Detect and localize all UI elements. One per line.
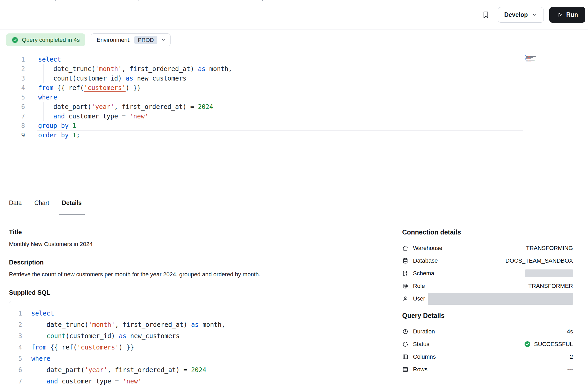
top-tab-strip bbox=[0, 0, 588, 1]
code-line-6[interactable]: 6 date_part('year', first_ordered_at) = … bbox=[0, 102, 588, 112]
query-status-text: Query completed in 4s bbox=[22, 37, 80, 43]
detail-row-schema: Schema bbox=[402, 267, 573, 280]
code-text: date_trunc('month', first_ordered_at) as… bbox=[25, 64, 232, 74]
connection-details-rows: WarehouseTRANSFORMINGDatabaseDOCS_TEAM_S… bbox=[402, 242, 573, 305]
result-tabs: DataChartDetails bbox=[0, 191, 588, 215]
code-line-6[interactable]: 6 date_part('year', first_ordered_at) = … bbox=[9, 364, 379, 376]
detail-value: DOCS_TEAM_SANDBOX bbox=[505, 257, 573, 264]
code-line-4[interactable]: 4from {{ ref('customers') }} bbox=[0, 83, 588, 93]
line-number: 7 bbox=[0, 112, 25, 121]
code-text: where bbox=[25, 93, 57, 102]
code-line-5[interactable]: 5where bbox=[0, 93, 588, 102]
redacted-value bbox=[428, 293, 573, 305]
detail-label: Columns bbox=[413, 353, 570, 360]
detail-row-role: RoleTRANSFORMER bbox=[402, 280, 573, 292]
detail-label: Duration bbox=[413, 328, 567, 335]
run-label: Run bbox=[566, 11, 578, 18]
bookmark-button[interactable] bbox=[480, 9, 492, 21]
status-icon bbox=[402, 341, 408, 347]
develop-label: Develop bbox=[504, 11, 528, 18]
description-value: Retrieve the count of new customers per … bbox=[9, 271, 379, 278]
duration-icon bbox=[402, 328, 408, 335]
play-icon bbox=[557, 12, 563, 18]
code-line-4[interactable]: 4from {{ ref('customers') }} bbox=[9, 342, 379, 353]
code-text: date_part('year', first_ordered_at) = 20… bbox=[25, 102, 213, 112]
line-number: 4 bbox=[0, 83, 25, 93]
sql-editor[interactable]: 1select2 date_trunc('month', first_order… bbox=[0, 51, 588, 191]
redacted-value bbox=[525, 269, 573, 277]
details-sidebar: Connection details WarehouseTRANSFORMING… bbox=[390, 215, 588, 390]
rows-icon bbox=[402, 366, 408, 373]
code-line-2[interactable]: 2 date_trunc('month', first_ordered_at) … bbox=[0, 64, 588, 74]
detail-row-user: User bbox=[402, 292, 573, 305]
line-number: 2 bbox=[0, 64, 25, 74]
line-number: 1 bbox=[0, 55, 25, 64]
editor-minimap[interactable] bbox=[525, 55, 552, 64]
tab-divider bbox=[455, 0, 455, 1]
code-text: date_trunc('month', first_ordered_at) as… bbox=[22, 319, 225, 331]
code-text: count(customer_id) as new_customers bbox=[25, 74, 187, 83]
check-circle-icon bbox=[12, 37, 18, 43]
environment-badge: PROD bbox=[134, 36, 158, 44]
tab-data[interactable]: Data bbox=[6, 191, 25, 215]
columns-icon bbox=[402, 354, 408, 360]
detail-row-warehouse: WarehouseTRANSFORMING bbox=[402, 242, 573, 254]
code-text: date_part('year', first_ordered_at) = 20… bbox=[22, 364, 206, 376]
code-line-1[interactable]: 1select bbox=[9, 308, 379, 319]
code-line-8[interactable]: 8group by 1 bbox=[9, 387, 379, 390]
success-check-icon bbox=[524, 341, 531, 348]
detail-value: SUCCESSFUL bbox=[534, 341, 573, 348]
tab-divider bbox=[138, 0, 138, 1]
detail-label: Schema bbox=[413, 270, 525, 277]
status-bar: Query completed in 4s Environment: PROD bbox=[0, 30, 588, 46]
line-number: 9 bbox=[0, 131, 25, 140]
code-line-8[interactable]: 8group by 1 bbox=[0, 121, 588, 131]
code-line-7[interactable]: 7 and customer_type = 'new' bbox=[9, 376, 379, 387]
code-text: from {{ ref('customers') }} bbox=[22, 342, 134, 353]
code-line-1[interactable]: 1select bbox=[0, 55, 588, 64]
code-line-5[interactable]: 5where bbox=[9, 353, 379, 364]
code-text: select bbox=[25, 55, 61, 64]
title-value: Monthly New Customers in 2024 bbox=[9, 240, 379, 248]
app-root: Develop Run Query completed in 4s Enviro… bbox=[0, 0, 588, 390]
query-status-pill: Query completed in 4s bbox=[6, 33, 85, 46]
detail-label: Role bbox=[413, 283, 528, 289]
environment-selector[interactable]: Environment: PROD bbox=[91, 33, 171, 46]
line-number: 5 bbox=[0, 93, 25, 102]
bookmark-icon bbox=[482, 11, 490, 19]
supplied-sql-heading: Supplied SQL bbox=[9, 289, 379, 296]
line-number: 7 bbox=[9, 376, 22, 387]
code-line-7[interactable]: 7 and customer_type = 'new' bbox=[0, 112, 588, 121]
detail-row-database: DatabaseDOCS_TEAM_SANDBOX bbox=[402, 254, 573, 267]
code-line-3[interactable]: 3 count(customer_id) as new_customers bbox=[9, 331, 379, 342]
detail-value: 2 bbox=[570, 353, 573, 360]
toolbar: Develop Run bbox=[0, 0, 588, 30]
detail-label: User bbox=[413, 295, 428, 302]
run-button[interactable]: Run bbox=[549, 7, 585, 23]
detail-row-duration: Duration4s bbox=[402, 325, 573, 338]
editor-lines: 1select2 date_trunc('month', first_order… bbox=[0, 55, 588, 140]
develop-menu-button[interactable]: Develop bbox=[498, 7, 544, 23]
code-text: from {{ ref('customers') }} bbox=[25, 83, 141, 93]
code-line-3[interactable]: 3 count(customer_id) as new_customers bbox=[0, 74, 588, 83]
code-text: where bbox=[22, 353, 50, 364]
line-number: 2 bbox=[9, 319, 22, 331]
line-number: 3 bbox=[0, 74, 25, 83]
code-text: and customer_type = 'new' bbox=[22, 376, 142, 387]
line-number: 8 bbox=[0, 121, 25, 131]
tab-divider bbox=[348, 0, 348, 1]
detail-label: Database bbox=[413, 257, 505, 264]
line-number: 8 bbox=[9, 387, 22, 390]
description-heading: Description bbox=[9, 259, 379, 266]
detail-row-status: StatusSUCCESSFUL bbox=[402, 338, 573, 351]
code-line-9[interactable]: 9order by 1; bbox=[0, 131, 588, 140]
role-icon bbox=[402, 283, 408, 289]
detail-row-rows: Rows--- bbox=[402, 363, 573, 376]
environment-label: Environment: bbox=[97, 37, 131, 43]
warehouse-icon bbox=[402, 245, 408, 251]
code-line-2[interactable]: 2 date_trunc('month', first_ordered_at) … bbox=[9, 319, 379, 331]
tab-details[interactable]: Details bbox=[59, 191, 85, 215]
query-details-rows: Duration4sStatusSUCCESSFULColumns2Rows--… bbox=[402, 325, 573, 376]
tab-chart[interactable]: Chart bbox=[31, 191, 52, 215]
code-text: select bbox=[22, 308, 54, 319]
